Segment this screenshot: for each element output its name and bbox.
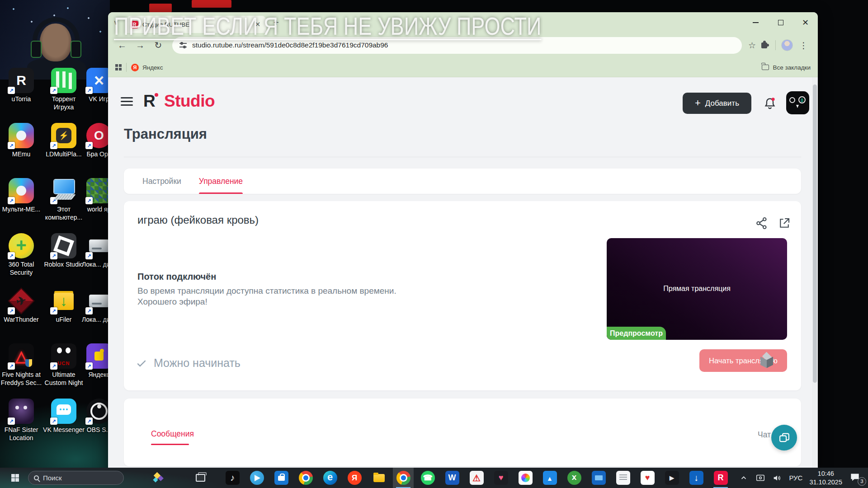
taskbar-app-game[interactable] <box>564 468 585 488</box>
taskbar-app-downloads[interactable] <box>686 468 707 488</box>
bookmark-label: Яндекс <box>142 64 163 71</box>
share-icon[interactable] <box>755 216 769 230</box>
stream-status-line: Во время трансляции доступна статистика … <box>137 286 396 296</box>
stream-title: играю (фейковая кровь) <box>137 214 259 226</box>
tray-date: 31.10.2025 <box>809 478 842 487</box>
ldplayer-icon: ↗ <box>51 123 76 148</box>
profile-avatar[interactable] <box>781 39 793 51</box>
taskbar-app-player[interactable] <box>661 468 682 488</box>
telegram-icon <box>250 471 264 485</box>
desktop-icon-warthunder[interactable]: ↗WarThunder <box>0 288 42 324</box>
edge-icon <box>323 471 337 485</box>
desktop-icon-sister[interactable]: ↗FNaF Sister Location <box>0 399 42 442</box>
taskbar-app-paint[interactable] <box>515 468 536 488</box>
page-scrollbar[interactable] <box>812 77 818 468</box>
taskbar-app-explorer[interactable] <box>368 468 389 488</box>
windows-logo-icon <box>11 474 19 482</box>
cast-display-icon[interactable] <box>755 473 765 483</box>
bookmarks-divider <box>126 63 127 72</box>
shortcut-arrow-icon: ↗ <box>50 142 57 149</box>
avatar-eye <box>789 97 795 103</box>
desktop-icon-total360[interactable]: ↗360 Total Security <box>0 233 42 277</box>
volume-icon[interactable] <box>772 473 782 483</box>
popup-windows-icon <box>778 432 791 444</box>
shortcut-arrow-icon: ↗ <box>8 418 15 425</box>
taskbar-app-chrome[interactable] <box>393 468 414 488</box>
fnaf-icon: ↗ <box>9 343 34 369</box>
folder-icon <box>762 65 769 70</box>
desktop-icon-memu[interactable]: ↗Мульти-ME... <box>0 178 42 214</box>
chat-popup-button[interactable] <box>771 425 797 450</box>
site-info-icon[interactable] <box>179 42 187 49</box>
taskbar-app-display[interactable] <box>588 468 609 488</box>
vkmsg-icon: ↗ <box>51 399 76 424</box>
add-button[interactable]: + Добавить <box>683 93 751 114</box>
language-indicator[interactable]: РУС <box>789 474 802 482</box>
tiktok-icon <box>226 471 240 485</box>
taskbar-app-tiktok[interactable] <box>222 468 243 488</box>
notification-badge: 3 <box>858 477 866 486</box>
taskbar-clock[interactable]: 10:46 31.10.2025 <box>809 469 842 487</box>
taskbar-app-notepad[interactable] <box>613 468 633 488</box>
taskbar-app-heart-dark[interactable] <box>491 468 511 488</box>
apps-grid-icon[interactable] <box>115 64 122 70</box>
tab-messages[interactable]: Сообщения <box>151 429 194 439</box>
taskbar-app-whatsapp[interactable] <box>417 468 438 488</box>
ready-label: Можно начинать <box>154 357 241 370</box>
start-button[interactable] <box>5 468 25 488</box>
extensions-icon[interactable] <box>761 42 767 48</box>
desktop-icon-utorria[interactable]: ↗uTorria <box>0 68 42 103</box>
taskbar-app-yandex[interactable] <box>344 468 365 488</box>
player-icon <box>665 471 679 485</box>
stream-status-title: Поток подключён <box>137 272 216 282</box>
taskbar-app-photos[interactable] <box>539 468 560 488</box>
taskbar-app-edge[interactable] <box>320 468 340 488</box>
taskbar-app-telegram[interactable] <box>246 468 267 488</box>
stream-banner-text: ПРИВЕТ ЕСЛИ Я ТЕБЯ НЕ УВИЖУ ПРОСТИ <box>114 12 542 41</box>
tab-settings[interactable]: Настройки <box>142 169 181 194</box>
widgets-sparkle-icon[interactable] <box>153 472 166 484</box>
url-text: studio.rutube.ru/stream/591de0c8d8e2f19b… <box>192 41 388 49</box>
menu-dots-icon[interactable]: ⋮ <box>796 40 811 51</box>
task-view-icon[interactable] <box>194 472 206 483</box>
taskbar-app-word[interactable] <box>442 468 462 488</box>
notifications-bell-icon[interactable] <box>763 96 777 111</box>
taskbar-search[interactable]: Поиск <box>28 471 124 485</box>
tab-control[interactable]: Управление <box>199 169 243 194</box>
close-button[interactable]: ✕ <box>793 12 818 33</box>
desktop-icon-label: uTorria <box>0 95 42 103</box>
paint-icon <box>519 471 533 485</box>
rutube-studio-page: R Studio + Добавить 0 Трансляция Настрой… <box>108 77 818 468</box>
add-button-label: Добавить <box>705 99 739 108</box>
hidden-icons-chevron-icon[interactable] <box>739 473 749 483</box>
memu-icon: ↗ <box>9 123 34 148</box>
external-link-icon[interactable] <box>778 216 791 230</box>
minimize-button[interactable] <box>743 12 768 33</box>
bookmark-yandex[interactable]: Я Яндекс <box>131 64 163 71</box>
user-avatar[interactable]: 0 <box>786 91 809 114</box>
taskbar-app-store[interactable] <box>271 468 292 488</box>
taskbar-app-heart-white[interactable] <box>637 468 658 488</box>
shortcut-arrow-icon: ↗ <box>50 307 57 314</box>
wallpaper-red-shape <box>192 0 231 8</box>
shortcut-arrow-icon: ↗ <box>85 252 93 259</box>
rstudio-logo[interactable]: R Studio <box>143 92 215 111</box>
taskbar-app-alert[interactable] <box>466 468 487 488</box>
messages-card: Сообщения Чат <box>124 399 801 466</box>
torrent-icon: ↗ <box>51 68 76 93</box>
shortcut-arrow-icon: ↗ <box>85 307 93 314</box>
scrollbar-thumb[interactable] <box>813 84 817 383</box>
maximize-button[interactable] <box>768 12 793 33</box>
desktop-icon-memu[interactable]: ↗MEmu <box>0 123 42 159</box>
photos-icon <box>543 471 557 485</box>
hamburger-menu-icon[interactable] <box>121 97 133 99</box>
logo-studio: Studio <box>164 92 215 110</box>
stream-card: играю (фейковая кровь) Поток подключён В… <box>124 201 801 390</box>
notifications-icon[interactable]: 3 <box>849 471 864 485</box>
desktop-icon-fnaf[interactable]: ↗Five Nights at Freddys Sec... <box>0 343 42 387</box>
all-bookmarks-button[interactable]: Все закладки <box>762 64 811 71</box>
bookmark-star-icon[interactable]: ☆ <box>748 40 756 51</box>
start-stream-button[interactable]: Начать трансляцию <box>699 349 787 372</box>
taskbar-app-chrome[interactable] <box>295 468 316 488</box>
taskbar-app-rutube[interactable] <box>710 468 731 488</box>
